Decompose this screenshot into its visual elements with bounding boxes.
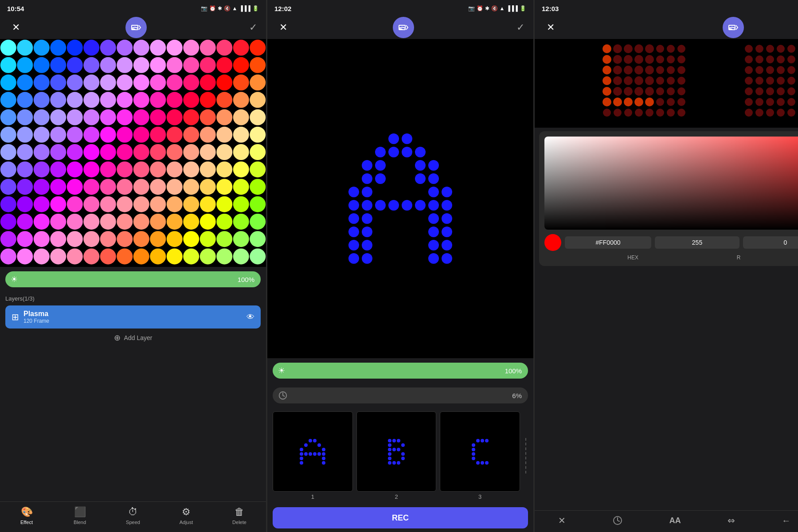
text-icon-bar[interactable]: AA (669, 516, 681, 525)
toolbar-delete[interactable]: 🗑 Delete (226, 506, 253, 525)
alarm-icon: ⏰ (209, 5, 216, 12)
led-canvas (0, 39, 266, 265)
add-layer-icon: ⊕ (114, 333, 121, 343)
layer-name: Plasma (23, 310, 49, 318)
brightness-slider-1[interactable]: ☀ 100% (5, 271, 261, 287)
signal-icon-2: ▐▐▐ (506, 5, 518, 12)
frame-number-2: 2 (395, 493, 398, 500)
frame-canvas-a (286, 425, 339, 478)
led-grid (0, 39, 266, 267)
frame-canvas-b (370, 425, 423, 478)
close-button-2[interactable]: ✕ (276, 22, 290, 33)
bottom-icon-bar: ✕ AA ⇔ ← 🎨 ✓ (535, 510, 798, 532)
frame-canvas-c (454, 425, 507, 478)
speed-icon (278, 391, 288, 400)
battery-icon-2: 🔋 (520, 5, 526, 12)
r-input[interactable] (655, 236, 739, 249)
spacing-icon-bar[interactable]: ⇔ (728, 515, 735, 526)
sound-icon-2: 🔇 (491, 5, 498, 12)
nav-bar-2: ✕ ✓ (267, 16, 533, 39)
speed-slider[interactable]: 6% (273, 387, 528, 403)
status-bar-3: 12:03 📷 ⏰ ✱ 🔇 ▲ ▐▐▐ 🔋 (535, 0, 798, 16)
wifi-icon: ▲ (232, 5, 238, 12)
color-inputs-row (544, 234, 798, 251)
layers-icon: ⊞ (12, 312, 19, 322)
frame-thumb-3 (440, 411, 520, 492)
frame-item-2[interactable]: 2 (356, 411, 437, 500)
color-gradient-area[interactable] (544, 137, 798, 230)
layer-item[interactable]: ⊞ Plasma 120 Frame 👁 (5, 305, 261, 329)
status-icons-1: 📷 ⏰ ✱ 🔇 ▲ ▐▐▐ 🔋 (201, 5, 259, 12)
cast-button-3[interactable] (723, 17, 744, 38)
color-picker-area[interactable] (544, 137, 798, 230)
speed-icon-bar[interactable] (612, 515, 623, 526)
back-icon-bar[interactable]: ← (782, 516, 790, 526)
close-icon-bar[interactable]: ✕ (558, 515, 566, 526)
camera-icon: 📷 (201, 5, 207, 12)
battery-icon: 🔋 (252, 5, 259, 12)
cast-icon-1 (131, 22, 141, 33)
check-button-1[interactable]: ✓ (249, 22, 257, 33)
delete-label: Delete (232, 520, 246, 525)
gradient-canvas (544, 137, 798, 230)
status-time-3: 12:03 (542, 5, 559, 12)
layer-frames: 120 Frame (23, 318, 49, 324)
layer-left: ⊞ Plasma 120 Frame (12, 310, 49, 324)
frame-thumb-2 (356, 411, 437, 492)
panel-3: 12:03 📷 ⏰ ✱ 🔇 ▲ ▐▐▐ 🔋 ✕ ✓ (535, 0, 798, 532)
brightness-value-2: 100% (505, 367, 522, 375)
status-icons-2: 📷 ⏰ ✱ 🔇 ▲ ▐▐▐ 🔋 (468, 5, 526, 12)
g-label: G (776, 254, 798, 261)
rec-label: REC (392, 513, 409, 523)
status-time-1: 10:54 (7, 5, 24, 12)
add-layer-button[interactable]: ⊕ Add Layer (5, 329, 261, 347)
wifi-icon-2: ▲ (500, 5, 505, 12)
frame-number-3: 3 (478, 493, 481, 500)
sound-icon: 🔇 (224, 5, 231, 12)
adjust-label: Adjust (180, 520, 193, 525)
cast-icon-2 (398, 22, 409, 33)
panel3-letter-display (535, 39, 798, 128)
alarm-icon-2: ⏰ (477, 5, 483, 12)
nav-bar-1: ✕ ✓ (0, 16, 266, 39)
toolbar-effect[interactable]: 🎨 Effect (13, 506, 40, 525)
color-labels-row: HEX R G B (544, 254, 798, 261)
speed-value: 6% (512, 392, 522, 399)
brightness-value-1: 100% (238, 276, 254, 283)
signal-icon: ▐▐▐ (239, 5, 250, 12)
frame-item-3[interactable]: 3 (440, 411, 520, 500)
rec-button[interactable]: REC (273, 507, 528, 528)
close-button-1[interactable]: ✕ (9, 22, 23, 33)
bt-icon: ✱ (218, 5, 222, 12)
effect-icon: 🎨 (21, 506, 33, 518)
bt-icon-2: ✱ (485, 5, 489, 12)
delete-icon: 🗑 (235, 506, 244, 518)
nav-bar-3: ✕ ✓ (535, 16, 798, 39)
toolbar-speed[interactable]: ⏱ Speed (120, 506, 146, 525)
cast-icon-3 (728, 22, 739, 33)
g-input[interactable] (743, 236, 798, 249)
letter-canvas (267, 117, 533, 281)
close-button-3[interactable]: ✕ (544, 22, 558, 33)
dashed-divider (525, 438, 526, 473)
speed-label: Speed (126, 520, 140, 525)
frames-row: 1 2 3 (267, 408, 533, 504)
frame-thumb-1 (273, 411, 353, 492)
toolbar-blend[interactable]: ⬛ Blend (66, 506, 93, 525)
bottom-toolbar-1: 🎨 Effect ⬛ Blend ⏱ Speed ⚙ Adjust 🗑 Dele… (0, 501, 266, 532)
eye-icon[interactable]: 👁 (246, 313, 254, 322)
status-time-2: 12:02 (274, 5, 291, 12)
camera-icon-2: 📷 (468, 5, 475, 12)
panel-2: 12:02 📷 ⏰ ✱ 🔇 ▲ ▐▐▐ 🔋 ✕ ✓ ☀ 100% (267, 0, 535, 532)
blend-icon: ⬛ (74, 506, 86, 518)
toolbar-adjust[interactable]: ⚙ Adjust (173, 506, 200, 525)
frame-item-1[interactable]: 1 (273, 411, 353, 500)
brightness-slider-2[interactable]: ☀ 100% (273, 363, 528, 379)
cast-button-2[interactable] (393, 17, 414, 38)
hex-input[interactable] (565, 236, 651, 249)
adjust-icon: ⚙ (182, 506, 191, 518)
brightness-icon: ☀ (11, 274, 18, 284)
frame-more-indicator (524, 411, 528, 500)
cast-button-1[interactable] (125, 17, 147, 38)
check-button-2[interactable]: ✓ (516, 22, 524, 33)
